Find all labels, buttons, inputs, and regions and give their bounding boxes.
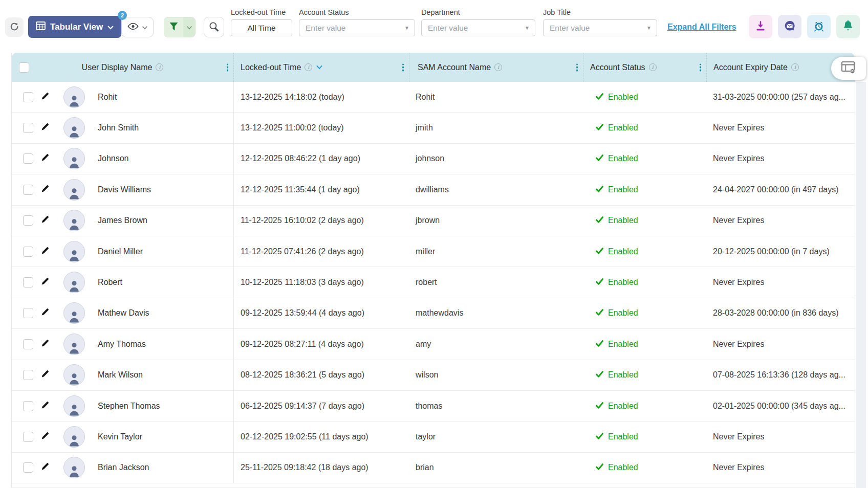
row-checkbox[interactable] bbox=[23, 185, 33, 195]
alarm-clock-button[interactable] bbox=[807, 15, 831, 38]
filter-count-badge: 2 bbox=[118, 11, 127, 20]
table-row[interactable]: Amy Thomas 09-12-2025 08:27:11 (4 days a… bbox=[12, 329, 855, 360]
account-expiry-date: Never Expires bbox=[713, 123, 764, 132]
check-icon bbox=[596, 308, 603, 318]
avatar bbox=[63, 210, 85, 231]
column-menu-kebab-icon[interactable] bbox=[401, 62, 405, 73]
column-menu-kebab-icon[interactable] bbox=[225, 62, 230, 73]
edit-pencil-icon[interactable] bbox=[40, 431, 50, 442]
check-icon bbox=[596, 123, 603, 132]
export-download-button[interactable] bbox=[749, 15, 772, 38]
edit-pencil-icon[interactable] bbox=[40, 369, 50, 381]
table-row[interactable]: Mathew Davis 09-12-2025 13:59:44 (4 days… bbox=[12, 298, 855, 329]
view-selector-button[interactable]: Tabular View bbox=[28, 16, 121, 38]
table-row[interactable]: Davis Williams 12-12-2025 11:35:44 (1 da… bbox=[12, 174, 855, 205]
expand-all-filters-link[interactable]: Expand All Filters bbox=[667, 23, 736, 32]
column-header-user-display-name[interactable]: User Display Name i bbox=[12, 53, 233, 82]
edit-pencil-icon[interactable] bbox=[40, 307, 50, 319]
edit-pencil-icon[interactable] bbox=[40, 215, 50, 226]
account-status: Enabled bbox=[608, 278, 638, 287]
info-icon[interactable]: i bbox=[494, 63, 502, 71]
column-header-locked-out-time[interactable]: Locked-out Time i bbox=[233, 53, 409, 82]
notifications-bell-button[interactable] bbox=[836, 15, 860, 38]
table-row[interactable]: James Brown 11-12-2025 16:10:02 (2 days … bbox=[12, 206, 855, 236]
row-checkbox[interactable] bbox=[23, 308, 33, 318]
edit-pencil-icon[interactable] bbox=[40, 462, 50, 473]
department-filter-label: Department bbox=[421, 8, 535, 16]
row-checkbox[interactable] bbox=[23, 370, 33, 380]
check-icon bbox=[596, 370, 603, 380]
refresh-button[interactable] bbox=[5, 17, 24, 37]
account-status-filter-label: Account Status bbox=[299, 8, 415, 16]
row-checkbox[interactable] bbox=[23, 215, 33, 226]
edit-pencil-icon[interactable] bbox=[40, 246, 50, 257]
user-display-name: Robert bbox=[98, 278, 122, 287]
search-button[interactable] bbox=[204, 17, 224, 37]
account-expiry-date: 28-03-2028 00:00:00 (in 836 days) bbox=[713, 308, 839, 318]
column-label: Locked-out Time bbox=[241, 63, 301, 72]
account-status: Enabled bbox=[608, 463, 638, 472]
row-checkbox[interactable] bbox=[23, 247, 33, 257]
check-icon bbox=[596, 463, 603, 472]
table-row[interactable]: Daniel Miller 11-12-2025 07:41:26 (2 day… bbox=[12, 236, 855, 267]
row-checkbox[interactable] bbox=[23, 432, 33, 442]
sam-account-name: amy bbox=[409, 329, 583, 359]
row-checkbox[interactable] bbox=[23, 277, 33, 287]
department-filter-select[interactable]: Enter value ▼ bbox=[421, 19, 535, 36]
table-row[interactable]: John Smith 13-12-2025 11:00:02 (today) j… bbox=[12, 113, 855, 143]
row-checkbox[interactable] bbox=[23, 123, 33, 133]
table-row[interactable]: Kevin Taylor 02-12-2025 19:02:55 (11 day… bbox=[12, 422, 855, 452]
sam-account-name: brian bbox=[409, 453, 583, 483]
column-header-sam-account-name[interactable]: SAM Account Name i bbox=[409, 53, 583, 82]
job-title-filter: Job Title Enter value ▼ bbox=[543, 8, 657, 36]
row-checkbox[interactable] bbox=[23, 153, 33, 164]
table-row[interactable]: Brian Jackson 25-11-2025 09:18:42 (18 da… bbox=[12, 453, 855, 483]
table-row[interactable]: Robert 10-12-2025 11:18:03 (3 days ago) … bbox=[12, 267, 855, 298]
edit-pencil-icon[interactable] bbox=[40, 92, 50, 103]
edit-pencil-icon[interactable] bbox=[40, 184, 50, 195]
vertical-scrollbar[interactable] bbox=[856, 82, 866, 488]
edit-pencil-icon[interactable] bbox=[40, 339, 50, 350]
partial-next-row bbox=[12, 483, 855, 488]
edit-pencil-icon[interactable] bbox=[40, 277, 50, 288]
locked-out-time: 12-12-2025 11:35:44 (1 day ago) bbox=[233, 174, 409, 205]
filter-dropdown-button[interactable] bbox=[183, 17, 195, 37]
table-row[interactable]: Johnson 12-12-2025 08:46:22 (1 day ago) … bbox=[12, 144, 855, 174]
column-menu-kebab-icon[interactable] bbox=[698, 62, 703, 73]
filter-button[interactable] bbox=[164, 17, 183, 37]
account-status: Enabled bbox=[608, 185, 638, 194]
column-menu-kebab-icon[interactable] bbox=[575, 62, 579, 73]
table-row[interactable]: Mark Wilson 08-12-2025 18:36:21 (5 days … bbox=[12, 360, 855, 391]
locked-out-time: 13-12-2025 11:00:02 (today) bbox=[233, 113, 409, 143]
edit-pencil-icon[interactable] bbox=[40, 122, 50, 134]
info-icon[interactable]: i bbox=[649, 63, 657, 71]
account-status-filter-select[interactable]: Enter value ▼ bbox=[299, 19, 415, 36]
info-icon[interactable]: i bbox=[156, 63, 163, 71]
row-checkbox[interactable] bbox=[23, 339, 33, 349]
row-checkbox[interactable] bbox=[23, 401, 33, 411]
avatar bbox=[63, 272, 85, 293]
row-checkbox[interactable] bbox=[23, 462, 33, 473]
check-icon bbox=[596, 402, 603, 411]
info-icon[interactable]: i bbox=[305, 63, 312, 71]
avatar bbox=[63, 457, 85, 478]
user-display-name: Davis Williams bbox=[98, 185, 151, 194]
table-row[interactable]: Stephen Thomas 06-12-2025 09:14:37 (7 da… bbox=[12, 391, 855, 422]
locked-out-time-filter-value[interactable]: All Time bbox=[231, 19, 292, 36]
account-status: Enabled bbox=[608, 123, 638, 132]
message-button[interactable] bbox=[778, 15, 801, 38]
locked-out-time-filter: Locked-out Time All Time bbox=[231, 8, 292, 36]
job-title-filter-select[interactable]: Enter value ▼ bbox=[543, 19, 657, 36]
row-checkbox[interactable] bbox=[23, 92, 33, 102]
column-header-account-status[interactable]: Account Status i bbox=[583, 53, 706, 82]
check-icon bbox=[596, 432, 603, 441]
column-visibility-button[interactable] bbox=[121, 17, 154, 37]
sort-descending-icon[interactable] bbox=[316, 65, 322, 70]
column-settings-button[interactable] bbox=[831, 57, 866, 80]
info-icon[interactable]: i bbox=[791, 63, 799, 71]
table-header: User Display Name i Locked-out Time i SA… bbox=[12, 53, 855, 82]
table-row[interactable]: Rohit 13-12-2025 14:18:02 (today) Rohit … bbox=[12, 82, 855, 113]
edit-pencil-icon[interactable] bbox=[40, 401, 50, 412]
edit-pencil-icon[interactable] bbox=[40, 153, 50, 164]
select-all-checkbox[interactable] bbox=[19, 62, 29, 73]
